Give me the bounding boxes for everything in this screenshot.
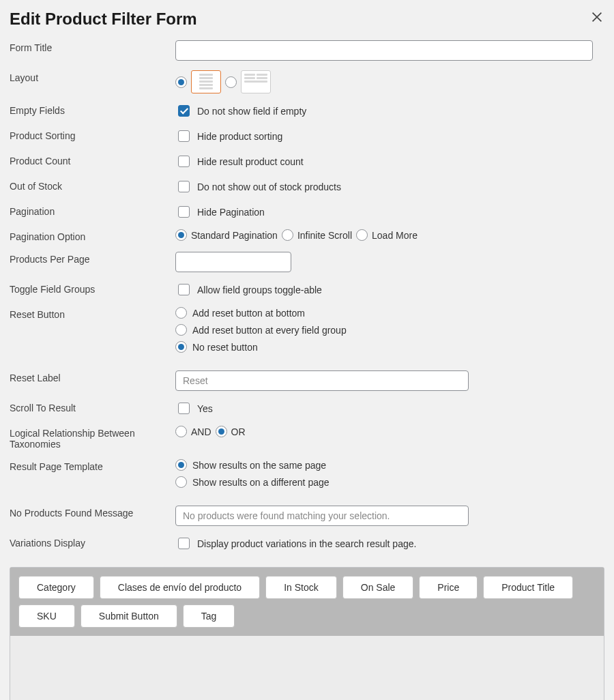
empty-fields-cb-label: Do not show field if empty — [197, 106, 306, 117]
form-title-input[interactable] — [175, 40, 593, 61]
pagination-standard-label: Standard Pagination — [191, 230, 278, 241]
logic-or-label: OR — [231, 426, 246, 437]
result-same-label: Show results on the same page — [192, 460, 326, 471]
toggle-groups-cb-label: Allow field groups toggle-able — [197, 285, 322, 295]
noprod-input[interactable] — [175, 506, 469, 526]
variations-label: Variations Display — [10, 536, 175, 549]
product-sorting-label: Product Sorting — [10, 128, 175, 141]
field-pill-4[interactable]: Price — [419, 576, 478, 599]
logic-and-radio[interactable] — [175, 426, 187, 437]
scroll-checkbox[interactable] — [178, 403, 190, 414]
result-diff-radio[interactable] — [175, 476, 187, 488]
product-count-label: Product Count — [10, 154, 175, 166]
close-icon — [589, 10, 604, 25]
reset-bottom-label: Add reset button at bottom — [192, 308, 305, 319]
noprod-label: No Products Found Message — [10, 506, 175, 519]
layout-radio-2[interactable] — [225, 76, 237, 88]
pagination-loadmore-radio[interactable] — [356, 229, 368, 241]
reset-every-label: Add reset button at every field group — [192, 325, 347, 336]
layout-label: Layout — [10, 70, 175, 83]
field-pill-5[interactable]: Product Title — [483, 576, 573, 599]
reset-label-input[interactable] — [175, 370, 469, 391]
scroll-cb-label: Yes — [197, 403, 213, 414]
result-tpl-label: Result Page Template — [10, 459, 175, 472]
toggle-groups-checkbox[interactable] — [178, 284, 190, 295]
field-pill-6[interactable]: SKU — [18, 604, 75, 628]
close-button[interactable] — [589, 10, 604, 25]
pagination-option-label: Pagination Option — [10, 229, 175, 242]
field-pill-1[interactable]: Clases de envío del producto — [100, 576, 260, 599]
logic-and-label: AND — [191, 426, 211, 437]
field-pill-8[interactable]: Tag — [183, 604, 235, 628]
out-of-stock-label: Out of Stock — [10, 179, 175, 192]
reset-every-radio[interactable] — [175, 324, 187, 336]
field-pill-7[interactable]: Submit Button — [81, 604, 177, 628]
reset-none-label: No reset button — [192, 342, 258, 353]
out-of-stock-checkbox[interactable] — [178, 181, 190, 192]
reset-none-radio[interactable] — [175, 341, 187, 353]
variations-cb-label: Display product variations in the search… — [197, 538, 416, 549]
field-palette-buttons: CategoryClases de envío del productoIn S… — [10, 568, 604, 636]
scroll-label: Scroll To Result — [10, 400, 175, 413]
result-diff-label: Show results on a different page — [192, 477, 330, 488]
page-title: Edit Product Filter Form — [10, 10, 197, 29]
pagination-infinite-label: Infinite Scroll — [297, 230, 352, 241]
reset-label-label: Reset Label — [10, 370, 175, 383]
empty-fields-checkbox[interactable] — [178, 105, 190, 117]
reset-bottom-radio[interactable] — [175, 307, 187, 319]
pagination-label: Pagination — [10, 204, 175, 217]
pagination-loadmore-label: Load More — [372, 230, 418, 241]
pagination-checkbox[interactable] — [178, 206, 190, 218]
result-same-radio[interactable] — [175, 459, 187, 471]
layout-thumb-list[interactable] — [191, 70, 221, 93]
layout-radio-1[interactable] — [175, 76, 187, 88]
variations-checkbox[interactable] — [178, 538, 190, 549]
field-drop-zone[interactable] — [10, 636, 604, 700]
ppp-input[interactable] — [175, 252, 291, 272]
product-count-checkbox[interactable] — [178, 156, 190, 167]
product-sorting-cb-label: Hide product sorting — [197, 131, 282, 142]
toggle-groups-label: Toggle Field Groups — [10, 282, 175, 295]
empty-fields-label: Empty Fields — [10, 103, 175, 116]
layout-thumb-grid[interactable] — [241, 70, 271, 93]
product-sorting-checkbox[interactable] — [178, 130, 190, 142]
pagination-infinite-radio[interactable] — [282, 229, 293, 241]
logic-label: Logical Relationship Between Taxonomies — [10, 426, 175, 450]
logic-or-radio[interactable] — [216, 426, 227, 437]
reset-button-label: Reset Button — [10, 307, 175, 320]
out-of-stock-cb-label: Do not show out of stock products — [197, 181, 341, 192]
form-title-label: Form Title — [10, 40, 175, 53]
product-count-cb-label: Hide result product count — [197, 156, 304, 167]
field-pill-0[interactable]: Category — [18, 576, 94, 599]
field-pill-3[interactable]: On Sale — [342, 576, 414, 599]
ppp-label: Products Per Page — [10, 252, 175, 265]
pagination-cb-label: Hide Pagination — [197, 207, 265, 218]
field-pill-2[interactable]: In Stock — [265, 576, 337, 599]
pagination-standard-radio[interactable] — [175, 229, 187, 241]
field-palette: CategoryClases de envío del productoIn S… — [10, 567, 604, 700]
